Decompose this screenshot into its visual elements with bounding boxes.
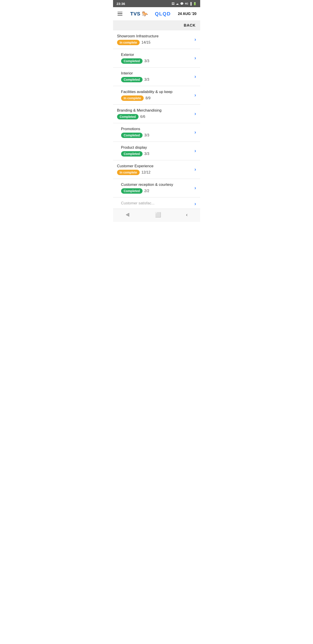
chevron-right-icon: › bbox=[194, 130, 196, 135]
item-title: Facilities availability & up keep bbox=[121, 90, 192, 94]
app-title: QLQD bbox=[155, 11, 171, 17]
back-nav-icon[interactable]: ‹ bbox=[182, 211, 192, 219]
list-item[interactable]: Showroom Infrastructure In complete 14/1… bbox=[113, 30, 200, 49]
signal-4g-icon: 4G bbox=[185, 2, 188, 5]
hamburger-line bbox=[117, 12, 122, 12]
hamburger-line bbox=[117, 14, 122, 14]
item-count: 6/6 bbox=[140, 115, 145, 119]
item-count: 14/15 bbox=[141, 40, 150, 44]
item-title: Interior bbox=[121, 71, 192, 76]
cloud-icon: ☁ bbox=[176, 2, 179, 5]
item-content: Customer satisfac... bbox=[121, 201, 192, 207]
item-title: Customer Experience bbox=[117, 164, 192, 168]
back-bar: BACK bbox=[113, 20, 200, 30]
status-badge: In complete bbox=[121, 96, 144, 101]
item-count: 8/9 bbox=[145, 96, 150, 100]
status-badge: In complete bbox=[117, 170, 140, 175]
list-item[interactable]: Customer Experience In complete 12/12 › bbox=[113, 160, 200, 179]
item-content: Product display Completed 3/3 bbox=[121, 145, 192, 156]
item-count: 3/3 bbox=[144, 78, 149, 82]
item-meta: Completed 3/3 bbox=[121, 58, 192, 64]
main-list: Showroom Infrastructure In complete 14/1… bbox=[113, 30, 200, 209]
item-meta: Completed 6/6 bbox=[117, 114, 192, 120]
item-content: Exterior Completed 3/3 bbox=[121, 52, 192, 64]
chevron-right-icon: › bbox=[194, 111, 196, 117]
item-meta: Completed 2/2 bbox=[121, 188, 192, 194]
status-badge: Completed bbox=[121, 132, 143, 138]
logo: TVS 🐎 bbox=[130, 11, 148, 17]
item-meta: In complete 8/9 bbox=[121, 96, 192, 101]
status-badge: In complete bbox=[117, 40, 140, 45]
item-meta: In complete 14/15 bbox=[117, 40, 192, 45]
top-nav-bar: TVS 🐎 QLQD 24 AUG '20 bbox=[113, 7, 200, 20]
status-time: 23:36 bbox=[117, 2, 125, 6]
item-title: Promotions bbox=[121, 127, 192, 131]
item-meta: Completed 3/3 bbox=[121, 77, 192, 82]
item-content: Facilities availability & up keep In com… bbox=[121, 90, 192, 101]
chevron-right-icon: › bbox=[194, 74, 196, 80]
item-count: 3/3 bbox=[144, 59, 149, 63]
message-icon: 💬 bbox=[180, 2, 184, 5]
status-badge: Completed bbox=[117, 114, 139, 120]
gallery-icon: 🖼 bbox=[172, 2, 174, 5]
item-count: 3/3 bbox=[144, 152, 149, 156]
item-content: Showroom Infrastructure In complete 14/1… bbox=[117, 34, 192, 45]
item-title: Customer satisfac... bbox=[121, 201, 192, 206]
back-button[interactable]: BACK bbox=[184, 23, 196, 28]
recent-apps-icon[interactable]: ⫷ bbox=[121, 211, 135, 219]
chevron-right-icon: › bbox=[194, 148, 196, 154]
item-title: Customer reception & courtesy bbox=[121, 182, 192, 187]
list-item[interactable]: Customer satisfac... › bbox=[113, 198, 200, 209]
item-content: Customer reception & courtesy Completed … bbox=[121, 182, 192, 194]
list-item[interactable]: Facilities availability & up keep In com… bbox=[113, 86, 200, 105]
bottom-nav-bar: ⫷ ⬜ ‹ bbox=[113, 209, 200, 222]
item-count: 12/12 bbox=[141, 170, 150, 174]
item-content: Customer Experience In complete 12/12 bbox=[117, 164, 192, 175]
battery-icon: 🔋 bbox=[193, 2, 197, 5]
list-item[interactable]: Promotions Completed 3/3 › bbox=[113, 123, 200, 142]
status-badge: Completed bbox=[121, 77, 143, 82]
chevron-right-icon: › bbox=[194, 201, 196, 207]
list-item[interactable]: Branding & Merchandising Completed 6/6 › bbox=[113, 105, 200, 123]
list-item[interactable]: Customer reception & courtesy Completed … bbox=[113, 179, 200, 198]
status-badge: Completed bbox=[121, 151, 143, 156]
item-meta: Completed 3/3 bbox=[121, 151, 192, 156]
horse-icon: 🐎 bbox=[142, 11, 148, 17]
status-badge: Completed bbox=[121, 188, 143, 194]
date-display: 24 AUG '20 bbox=[178, 12, 196, 16]
signal-bars-icon: ▐ bbox=[189, 2, 191, 5]
status-bar: 23:36 🖼 ☁ 💬 4G ▐ 🔋 bbox=[113, 0, 200, 7]
chevron-right-icon: › bbox=[194, 185, 196, 191]
chevron-right-icon: › bbox=[194, 55, 196, 61]
item-content: Interior Completed 3/3 bbox=[121, 71, 192, 82]
item-title: Product display bbox=[121, 145, 192, 150]
item-title: Branding & Merchandising bbox=[117, 108, 192, 113]
item-meta: In complete 12/12 bbox=[117, 170, 192, 175]
item-meta: Completed 3/3 bbox=[121, 132, 192, 138]
item-content: Branding & Merchandising Completed 6/6 bbox=[117, 108, 192, 120]
status-badge: Completed bbox=[121, 58, 143, 64]
chevron-right-icon: › bbox=[194, 166, 196, 172]
item-content: Promotions Completed 3/3 bbox=[121, 127, 192, 138]
chevron-right-icon: › bbox=[194, 92, 196, 98]
status-icons: 🖼 ☁ 💬 4G ▐ 🔋 bbox=[172, 2, 197, 5]
item-count: 2/2 bbox=[144, 189, 149, 193]
logo-text: TVS bbox=[130, 11, 141, 17]
list-item[interactable]: Exterior Completed 3/3 › bbox=[113, 49, 200, 68]
list-item[interactable]: Interior Completed 3/3 › bbox=[113, 68, 200, 86]
item-title: Exterior bbox=[121, 52, 192, 57]
home-icon[interactable]: ⬜ bbox=[151, 211, 166, 219]
chevron-right-icon: › bbox=[194, 37, 196, 42]
hamburger-menu[interactable] bbox=[117, 11, 123, 17]
item-title: Showroom Infrastructure bbox=[117, 34, 192, 38]
list-item[interactable]: Product display Completed 3/3 › bbox=[113, 142, 200, 160]
item-count: 3/3 bbox=[144, 133, 149, 137]
hamburger-line bbox=[117, 15, 122, 16]
